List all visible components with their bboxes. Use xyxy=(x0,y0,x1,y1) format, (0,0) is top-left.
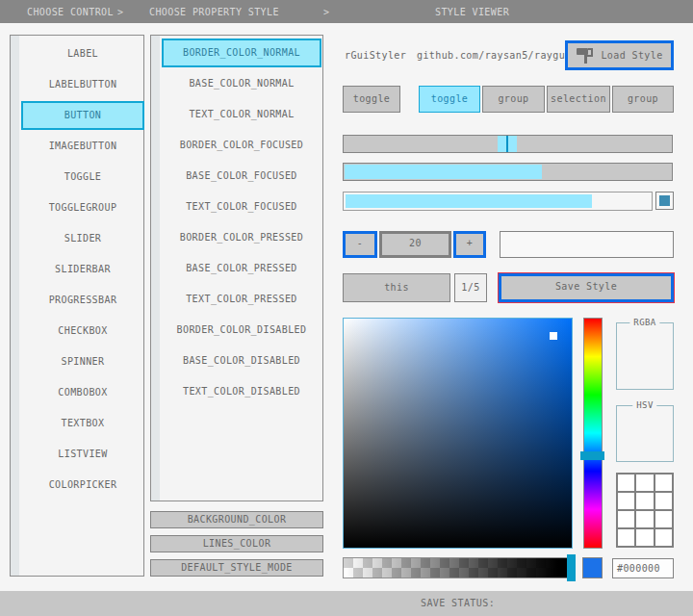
color-picker-cursor[interactable] xyxy=(550,332,557,340)
save-status-label: SAVE STATUS: xyxy=(421,591,495,616)
palette-cell[interactable] xyxy=(655,475,672,491)
current-color-swatch xyxy=(582,557,603,578)
listview-scrollbar[interactable] xyxy=(151,36,160,500)
alpha-slider-handle[interactable] xyxy=(567,554,576,581)
hue-bar[interactable] xyxy=(583,318,603,549)
control-item-slider[interactable]: SLIDER xyxy=(21,224,144,253)
property-item[interactable]: BORDER_COLOR_FOCUSED xyxy=(162,131,321,160)
property-item[interactable]: BASE_COLOR_DISABLED xyxy=(162,346,321,375)
control-item-colorpicker[interactable]: COLORPICKER xyxy=(21,471,144,500)
property-item[interactable]: TEXT_COLOR_NORMAL xyxy=(162,100,321,129)
spinner-minus-button[interactable]: - xyxy=(343,231,377,258)
control-item-label[interactable]: LABEL xyxy=(21,39,144,68)
rgba-label: RGBA xyxy=(629,318,659,327)
lines-color-button[interactable]: LINES_COLOR xyxy=(150,535,323,552)
property-item[interactable]: BORDER_COLOR_DISABLED xyxy=(162,316,321,345)
palette-cell[interactable] xyxy=(618,511,634,527)
checkbox-check-fill xyxy=(659,195,670,206)
control-item-labelbutton[interactable]: LABELBUTTON xyxy=(21,70,144,99)
combobox-counter[interactable]: 1/5 xyxy=(454,273,487,302)
property-item[interactable]: BASE_COLOR_FOCUSED xyxy=(162,162,321,191)
toggle-single[interactable]: toggle xyxy=(343,86,400,113)
sample-textbox[interactable] xyxy=(500,231,674,258)
palette-cell[interactable] xyxy=(636,475,653,491)
control-item-checkbox[interactable]: CHECKBOX xyxy=(21,317,144,346)
palette-cell[interactable] xyxy=(618,493,634,509)
hsv-label: HSV xyxy=(632,400,656,410)
hue-bar-handle[interactable] xyxy=(580,451,604,460)
palette-cell[interactable] xyxy=(618,475,634,491)
toggle-group-item-active[interactable]: toggle xyxy=(419,86,480,113)
control-item-imagebutton[interactable]: IMAGEBUTTON xyxy=(21,132,144,161)
save-style-button[interactable]: Save Style xyxy=(499,273,674,302)
rgba-groupbox: RGBA xyxy=(616,322,674,390)
load-style-button[interactable]: Load Style xyxy=(565,40,674,70)
progressbar xyxy=(343,192,653,211)
default-style-mode-button[interactable]: DEFAULT_STYLE_MODE xyxy=(150,559,323,577)
background-color-button[interactable]: BACKGROUND_COLOR xyxy=(150,511,323,528)
hsv-groupbox: HSV xyxy=(616,405,674,462)
property-item[interactable]: TEXT_COLOR_DISABLED xyxy=(162,377,321,406)
listview-scrollbar[interactable] xyxy=(11,36,19,576)
palette-cell[interactable] xyxy=(618,529,634,546)
property-item[interactable]: BORDER_COLOR_PRESSED xyxy=(162,223,321,252)
control-item-togglegroup[interactable]: TOGGLEGROUP xyxy=(21,193,144,222)
app-title: rGuiStyler xyxy=(345,50,406,61)
palette-cell[interactable] xyxy=(636,529,653,546)
toggle-group-item[interactable]: group xyxy=(612,86,674,113)
property-item[interactable]: TEXT_COLOR_FOCUSED xyxy=(162,192,321,221)
sliderbar-fill xyxy=(345,165,542,179)
palette-cell[interactable] xyxy=(655,493,672,509)
control-item-sliderbar[interactable]: SLIDERBAR xyxy=(21,255,144,284)
property-item[interactable]: TEXT_COLOR_PRESSED xyxy=(162,285,321,314)
control-item-button-selected[interactable]: BUTTON xyxy=(21,101,144,130)
toggle-group-item[interactable]: group xyxy=(482,86,545,113)
repo-link[interactable]: github.com/raysan5/raygui xyxy=(417,50,572,61)
color-palette-grid xyxy=(616,473,674,548)
slider-handle[interactable] xyxy=(498,136,517,152)
property-item[interactable]: BASE_COLOR_PRESSED xyxy=(162,254,321,283)
color-saturation-value-panel[interactable] xyxy=(343,318,573,549)
spinner-plus-button[interactable]: + xyxy=(453,231,486,258)
sliderbar[interactable] xyxy=(343,163,673,181)
bottom-status-bar: SAVE STATUS: xyxy=(0,591,693,616)
chevron-right-icon: > xyxy=(117,7,123,17)
properties-listview: BORDER_COLOR_NORMAL BASE_COLOR_NORMAL TE… xyxy=(150,35,323,501)
section-style-viewer: STYLE VIEWER xyxy=(435,7,509,17)
top-navigation-bar: CHOOSE CONTROL > CHOOSE PROPERTY STYLE >… xyxy=(0,0,693,23)
section-choose-control: CHOOSE CONTROL xyxy=(27,7,114,17)
property-item-selected[interactable]: BORDER_COLOR_NORMAL xyxy=(162,38,321,67)
control-item-listview[interactable]: LISTVIEW xyxy=(21,440,144,469)
chevron-right-icon: > xyxy=(323,7,329,17)
alpha-slider[interactable] xyxy=(343,557,573,578)
slider[interactable] xyxy=(343,135,673,153)
progressbar-fill xyxy=(346,194,592,208)
control-item-textbox[interactable]: TEXTBOX xyxy=(21,409,144,438)
this-button[interactable]: this xyxy=(343,273,450,302)
load-style-label: Load Style xyxy=(601,50,662,61)
palette-cell[interactable] xyxy=(636,511,653,527)
checkbox-checked[interactable] xyxy=(655,192,674,210)
paint-roller-icon xyxy=(576,47,594,64)
controls-listview: LABEL LABELBUTTON BUTTON IMAGEBUTTON TOG… xyxy=(10,35,144,577)
hex-color-input[interactable]: #000000 xyxy=(612,558,674,578)
control-item-spinner[interactable]: SPINNER xyxy=(21,347,144,376)
property-item[interactable]: BASE_COLOR_NORMAL xyxy=(162,69,321,98)
control-item-combobox[interactable]: COMBOBOX xyxy=(21,378,144,407)
palette-cell[interactable] xyxy=(655,529,672,546)
palette-cell[interactable] xyxy=(636,493,653,509)
toggle-group-item[interactable]: selection xyxy=(547,86,610,113)
spinner-value[interactable]: 20 xyxy=(379,231,451,258)
palette-cell[interactable] xyxy=(655,511,672,527)
section-choose-property-style: CHOOSE PROPERTY STYLE xyxy=(149,7,279,17)
control-item-toggle[interactable]: TOGGLE xyxy=(21,163,144,192)
control-item-progressbar[interactable]: PROGRESSBAR xyxy=(21,286,144,315)
